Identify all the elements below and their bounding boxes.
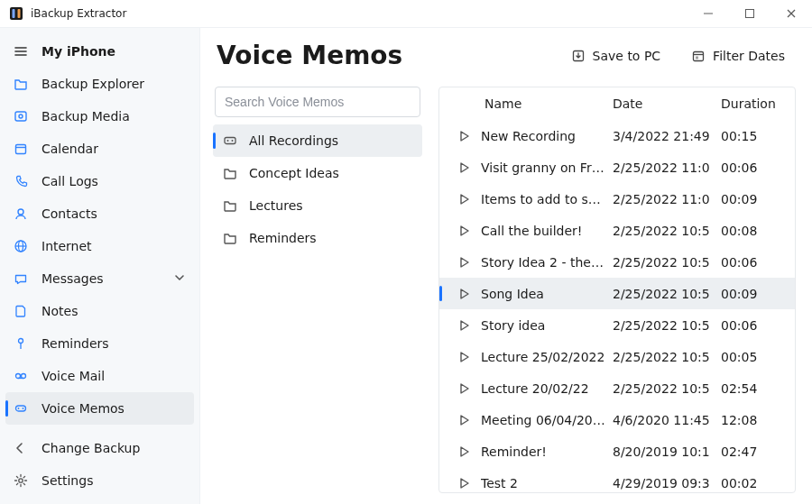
sidebar-item-label: Messages bbox=[42, 271, 104, 286]
recording-duration: 00:09 bbox=[721, 287, 786, 301]
recording-duration: 00:06 bbox=[721, 318, 786, 333]
recording-duration: 02:47 bbox=[721, 444, 786, 459]
folder-label: Concept Ideas bbox=[249, 166, 339, 180]
recording-row[interactable]: Meeting 06/04/20204/6/2020 11:4512:08 bbox=[439, 404, 795, 435]
play-icon[interactable] bbox=[448, 350, 481, 364]
recordings-scroll[interactable]: Name Date Duration New Recording3/4/2022… bbox=[439, 87, 795, 492]
sidebar-item-label: Contacts bbox=[42, 206, 97, 221]
recording-row[interactable]: Lecture 25/02/20222/25/2022 10:500:05 bbox=[439, 341, 795, 372]
sidebar-item-reminders[interactable]: Reminders bbox=[5, 327, 194, 360]
sidebar-item-messages[interactable]: Messages bbox=[5, 262, 194, 295]
recording-name: New Recording bbox=[481, 129, 613, 143]
sidebar-item-label: Backup Media bbox=[42, 109, 130, 124]
window-close-button[interactable] bbox=[770, 0, 812, 27]
page-title: Voice Memos bbox=[217, 41, 549, 70]
window-maximize-button[interactable] bbox=[729, 0, 770, 27]
recording-row[interactable]: Test 24/29/2019 09:300:02 bbox=[439, 467, 795, 492]
column-date[interactable]: Date bbox=[613, 96, 721, 111]
recording-name: Lecture 25/02/2022 bbox=[481, 350, 613, 364]
app-icon bbox=[9, 6, 23, 21]
play-icon[interactable] bbox=[448, 413, 481, 427]
topbar: Voice Memos Save to PC Filter Dates bbox=[213, 37, 796, 78]
column-duration[interactable]: Duration bbox=[721, 96, 786, 111]
sidebar-item-backup-explorer[interactable]: Backup Explorer bbox=[5, 68, 194, 100]
contact-icon bbox=[13, 206, 29, 222]
play-icon[interactable] bbox=[448, 255, 481, 270]
recording-row[interactable]: Song Idea2/25/2022 10:500:09 bbox=[439, 278, 795, 309]
tape-icon bbox=[222, 133, 238, 149]
filter-label: Filter Dates bbox=[713, 49, 785, 63]
hamburger-icon bbox=[13, 43, 29, 60]
recording-name: Items to add to shopping list bbox=[481, 192, 613, 206]
window-minimize-button[interactable] bbox=[687, 0, 729, 27]
play-icon[interactable] bbox=[448, 129, 481, 143]
sidebar-footer-label: Change Backup bbox=[42, 441, 140, 455]
recording-duration: 00:08 bbox=[721, 224, 786, 238]
recording-date: 4/6/2020 11:45 bbox=[613, 413, 721, 427]
app-title: iBackup Extractor bbox=[31, 7, 126, 20]
sidebar-item-label: Notes bbox=[42, 304, 78, 318]
play-icon[interactable] bbox=[448, 192, 481, 206]
recording-date: 2/25/2022 10:5 bbox=[613, 287, 721, 301]
message-icon bbox=[13, 270, 29, 287]
recording-date: 2/25/2022 10:5 bbox=[613, 255, 721, 270]
folder-label: Lectures bbox=[249, 198, 303, 213]
save-icon bbox=[571, 49, 586, 63]
recording-date: 2/25/2022 10:5 bbox=[613, 318, 721, 333]
recording-duration: 00:15 bbox=[721, 129, 786, 143]
memo-icon bbox=[13, 400, 29, 417]
folder-icon bbox=[222, 165, 238, 181]
sidebar-item-notes[interactable]: Notes bbox=[5, 295, 194, 327]
folder-all[interactable]: All Recordings bbox=[213, 124, 422, 157]
sidebar-item-internet[interactable]: Internet bbox=[5, 230, 194, 262]
sidebar-item-label: Reminders bbox=[42, 336, 109, 351]
recording-row[interactable]: New Recording3/4/2022 21:4900:15 bbox=[439, 120, 795, 151]
filter-dates-button[interactable]: Filter Dates bbox=[682, 43, 794, 69]
play-icon[interactable] bbox=[448, 381, 481, 396]
search-input[interactable] bbox=[215, 87, 420, 117]
folder-icon bbox=[222, 197, 238, 214]
sidebar-item-calendar[interactable]: Calendar bbox=[5, 133, 194, 165]
sidebar: My iPhone Backup ExplorerBackup MediaCal… bbox=[0, 28, 200, 504]
sidebar-item-label: Calendar bbox=[42, 142, 98, 156]
recording-date: 2/25/2022 10:5 bbox=[613, 381, 721, 396]
recording-row[interactable]: Story Idea 2 - the return of the2/25/202… bbox=[439, 246, 795, 278]
folder-reminders[interactable]: Reminders bbox=[213, 222, 422, 254]
folder-label: All Recordings bbox=[249, 133, 338, 148]
play-icon[interactable] bbox=[448, 287, 481, 301]
play-icon[interactable] bbox=[448, 476, 481, 490]
recording-row[interactable]: Reminder!8/20/2019 10:102:47 bbox=[439, 435, 795, 467]
save-to-pc-button[interactable]: Save to PC bbox=[562, 43, 670, 69]
recording-row[interactable]: Visit granny on Friday2/25/2022 11:000:0… bbox=[439, 151, 795, 183]
sidebar-item-voice-mail[interactable]: Voice Mail bbox=[5, 360, 194, 392]
sidebar-footer-change-backup[interactable]: Change Backup bbox=[5, 432, 194, 464]
play-icon[interactable] bbox=[448, 318, 481, 333]
sidebar-item-backup-media[interactable]: Backup Media bbox=[5, 100, 194, 133]
back-icon bbox=[13, 440, 29, 456]
recording-name: Story idea bbox=[481, 318, 613, 333]
play-icon[interactable] bbox=[448, 160, 481, 175]
sidebar-footer-settings[interactable]: Settings bbox=[5, 464, 194, 497]
sidebar-item-call-logs[interactable]: Call Logs bbox=[5, 165, 194, 197]
recording-duration: 00:06 bbox=[721, 160, 786, 175]
recording-row[interactable]: Lecture 20/02/222/25/2022 10:502:54 bbox=[439, 372, 795, 404]
sidebar-item-voice-memos[interactable]: Voice Memos bbox=[5, 392, 194, 425]
play-icon[interactable] bbox=[448, 224, 481, 238]
sidebar-item-label: Voice Mail bbox=[42, 369, 105, 383]
folder-label: Reminders bbox=[249, 231, 317, 245]
play-icon[interactable] bbox=[448, 444, 481, 459]
sidebar-item-label: Internet bbox=[42, 239, 92, 253]
sidebar-device-header[interactable]: My iPhone bbox=[5, 35, 194, 68]
note-icon bbox=[13, 303, 29, 319]
sidebar-item-label: Call Logs bbox=[42, 174, 98, 188]
sidebar-item-contacts[interactable]: Contacts bbox=[5, 197, 194, 230]
column-name[interactable]: Name bbox=[481, 96, 613, 111]
recording-row[interactable]: Items to add to shopping list2/25/2022 1… bbox=[439, 183, 795, 215]
recording-date: 2/25/2022 11:0 bbox=[613, 160, 721, 175]
recording-date: 3/4/2022 21:49 bbox=[613, 129, 721, 143]
folder-lectures[interactable]: Lectures bbox=[213, 189, 422, 222]
recording-name: Reminder! bbox=[481, 444, 613, 459]
folder-concept[interactable]: Concept Ideas bbox=[213, 157, 422, 189]
recording-row[interactable]: Call the builder!2/25/2022 10:500:08 bbox=[439, 215, 795, 246]
recording-row[interactable]: Story idea2/25/2022 10:500:06 bbox=[439, 309, 795, 341]
